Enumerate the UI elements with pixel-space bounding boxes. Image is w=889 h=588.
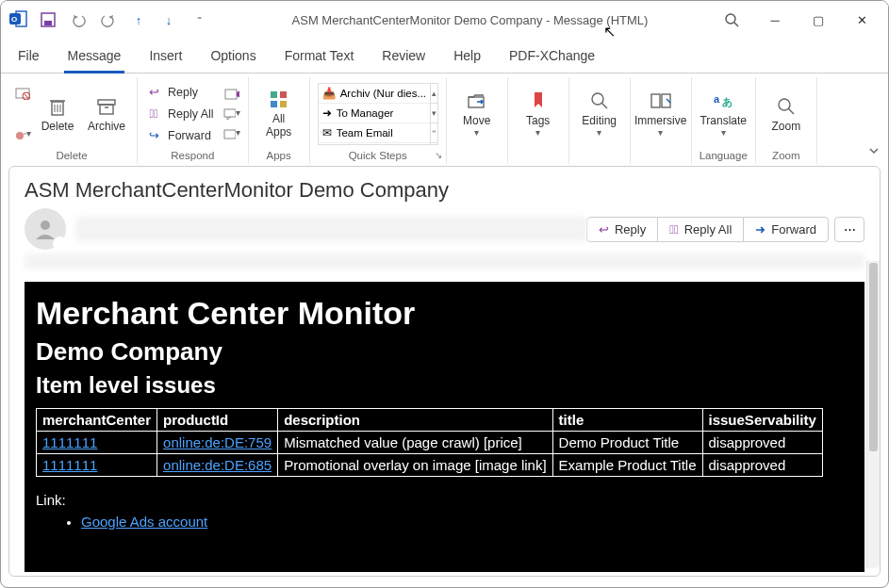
tab-message[interactable]: Message: [64, 42, 125, 73]
group-zoom: Zoom: [772, 150, 799, 164]
svg-point-36: [41, 220, 50, 230]
undo-icon[interactable]: [67, 8, 90, 31]
svg-line-6: [734, 23, 738, 26]
svg-point-10: [16, 132, 24, 139]
reply-all-icon: ↩⃔: [145, 106, 162, 122]
apps-label: All Apps: [266, 113, 291, 138]
svg-rect-16: [98, 100, 115, 105]
svg-text:あ: あ: [722, 96, 733, 108]
reply-all-button[interactable]: ↩⃔Reply All: [145, 105, 214, 123]
gallery-down[interactable]: ▾: [431, 104, 437, 123]
col-description: description: [278, 409, 552, 432]
ribbon-tabs: File Message Insert Options Format Text …: [1, 39, 888, 74]
minimize-button[interactable]: ─: [754, 6, 796, 34]
search-icon[interactable]: [711, 6, 752, 34]
svg-text:a: a: [714, 93, 720, 105]
message-subject: ASM MerchantCenterMonitor Demo Company: [25, 178, 864, 203]
tab-options[interactable]: Options: [206, 42, 259, 73]
msg-forward-button[interactable]: ➜Forward: [743, 217, 829, 242]
ignore-icon[interactable]: [14, 85, 31, 102]
group-language: Language: [700, 150, 748, 164]
reply-all-icon: ↩⃔: [669, 222, 679, 237]
gallery-up[interactable]: ▴: [431, 84, 437, 104]
scrollbar[interactable]: [866, 261, 880, 568]
tab-pdfxchange[interactable]: PDF-XChange: [505, 42, 599, 73]
product-link[interactable]: online:de:DE:759: [163, 434, 272, 450]
svg-rect-30: [651, 94, 660, 107]
tags-button[interactable]: Tags▾: [516, 83, 561, 145]
to-manager-icon: ➜: [322, 106, 332, 120]
delete-label: Delete: [41, 120, 74, 133]
tab-help[interactable]: Help: [450, 42, 485, 73]
svg-rect-19: [225, 90, 237, 99]
svg-rect-17: [100, 105, 113, 114]
close-button[interactable]: ✕: [841, 6, 882, 34]
titlebar: O ↑ ↓ ⁼ ASM MerchantCenterMonitor Demo C…: [1, 1, 888, 39]
quick-steps-gallery[interactable]: 📥Archiv (Nur dies... ➜To Manager ✉Team E…: [318, 83, 438, 145]
window-title: ASM MerchantCenterMonitor Demo Company -…: [210, 13, 711, 27]
team-email-icon: ✉: [322, 126, 332, 139]
forward-icon: ➜: [755, 222, 766, 237]
tab-file[interactable]: File: [14, 42, 43, 73]
collapse-ribbon[interactable]: [867, 144, 881, 160]
delete-button[interactable]: Delete: [35, 83, 80, 145]
group-delete: Delete: [56, 150, 87, 164]
tab-insert[interactable]: Insert: [145, 42, 186, 73]
sender-avatar[interactable]: [25, 208, 66, 250]
svg-line-35: [788, 108, 794, 114]
all-apps-button[interactable]: All Apps: [256, 83, 302, 145]
editing-button[interactable]: Editing▾: [577, 83, 622, 145]
sender-info: [75, 217, 587, 241]
quicksteps-dialog-launcher[interactable]: ↘: [435, 150, 442, 160]
mc-link[interactable]: 1111111: [42, 434, 97, 450]
issues-table: merchantCenter productId description tit…: [36, 408, 823, 477]
archive-label: Archive: [88, 120, 125, 133]
col-serv: issueServability: [702, 409, 822, 432]
next-item-icon[interactable]: ↓: [157, 8, 180, 31]
body-h1: Merchant Center Monitor: [36, 295, 853, 332]
mc-link[interactable]: 1111111: [42, 457, 97, 473]
meeting-icon[interactable]: [223, 86, 240, 103]
translate-button[interactable]: aあTranslate▾: [700, 83, 746, 145]
google-ads-link[interactable]: Google Ads account: [81, 514, 207, 530]
msg-reply-all-button[interactable]: ↩⃔Reply All: [657, 217, 744, 242]
reply-button[interactable]: ↩Reply: [145, 83, 214, 102]
msg-more-button[interactable]: ⋯: [834, 217, 864, 242]
svg-rect-4: [44, 21, 52, 25]
maximize-button[interactable]: ▢: [798, 6, 839, 34]
move-button[interactable]: Move▾: [454, 83, 500, 145]
body-h3: Item level issues: [36, 372, 853, 399]
col-title: title: [552, 409, 702, 432]
forward-icon: ↪: [145, 127, 162, 144]
tab-formattext[interactable]: Format Text: [281, 42, 358, 73]
im-icon[interactable]: ▾: [223, 106, 240, 122]
product-link[interactable]: online:de:DE:685: [163, 457, 272, 473]
table-row: 1111111 online:de:DE:759 Mismatched valu…: [37, 432, 823, 454]
tab-review[interactable]: Review: [378, 42, 429, 73]
prev-item-icon[interactable]: ↑: [127, 8, 150, 31]
junk-icon[interactable]: ▾: [14, 126, 31, 143]
svg-text:O: O: [11, 15, 17, 24]
ribbon: ▾ Delete Archive Delete ↩Reply ↩⃔Reply A…: [1, 74, 888, 164]
svg-rect-24: [271, 101, 277, 107]
archive-button[interactable]: Archive: [84, 83, 129, 145]
save-icon[interactable]: [37, 8, 59, 31]
zoom-button[interactable]: Zoom: [764, 83, 809, 145]
group-quicksteps: Quick Steps: [349, 150, 407, 164]
svg-rect-25: [280, 101, 287, 107]
scroll-thumb[interactable]: [869, 263, 878, 451]
reply-icon: ↩: [145, 84, 162, 101]
immersive-button[interactable]: Immersive▾: [638, 83, 683, 145]
msg-reply-button[interactable]: ↩Reply: [586, 217, 658, 242]
col-productid: productId: [157, 409, 278, 432]
forward-button[interactable]: ↪Forward: [145, 126, 214, 145]
group-respond: Respond: [171, 150, 214, 164]
more-respond-icon[interactable]: ▾: [223, 125, 240, 142]
qat-customize[interactable]: ⁼: [188, 8, 210, 30]
email-body: Merchant Center Monitor Demo Company Ite…: [25, 282, 864, 572]
gallery-more[interactable]: ⁼: [431, 123, 437, 143]
svg-rect-21: [224, 130, 236, 139]
redo-icon[interactable]: [97, 8, 120, 31]
reading-pane: ASM MerchantCenterMonitor Demo Company ↩…: [8, 166, 881, 577]
group-apps: Apps: [267, 150, 291, 164]
